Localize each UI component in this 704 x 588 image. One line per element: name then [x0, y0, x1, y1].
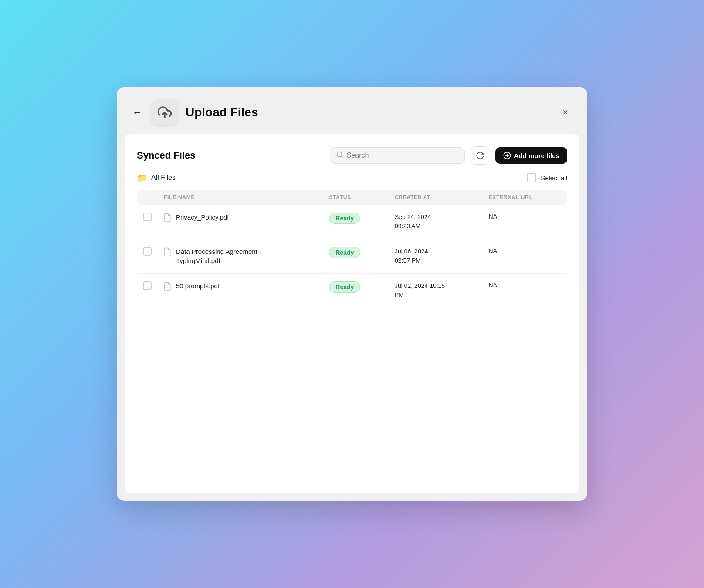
external-url-text-0: NA [489, 213, 497, 220]
row-checkbox-cell-1 [137, 239, 158, 274]
svg-line-2 [341, 156, 342, 157]
dialog-content: Synced Files Add [125, 134, 579, 493]
created-at-text-0: Sep 24, 2024 09:20 AM [395, 213, 431, 230]
search-input[interactable] [347, 152, 458, 159]
upload-icon [158, 105, 172, 119]
created-at-cell-0: Sep 24, 2024 09:20 AM [389, 205, 483, 239]
dialog-title: Upload Files [186, 105, 559, 119]
created-at-text-2: Jul 02, 2024 10:15 PM [395, 282, 445, 298]
file-table: FILE NAME STATUS CREATED AT EXTERNAL URL… [137, 190, 567, 308]
file-doc-icon-0 [164, 213, 172, 224]
file-doc-icon-2 [164, 282, 172, 293]
select-all-label: Select all [541, 174, 567, 182]
folder-icon: 📁 [137, 172, 148, 183]
table-row: Privacy_Policy.pdfReadySep 24, 2024 09:2… [137, 205, 567, 239]
col-status: STATUS [323, 190, 389, 205]
upload-files-dialog: ← Upload Files × Synced Files [117, 87, 587, 501]
upload-icon-box [152, 99, 178, 125]
external-url-text-1: NA [489, 247, 497, 254]
add-icon [503, 152, 511, 159]
synced-files-title: Synced Files [137, 150, 196, 161]
all-files-label: 📁 All Files [137, 172, 176, 183]
row-checkbox-2[interactable] [143, 281, 152, 290]
close-button[interactable]: × [559, 105, 572, 120]
back-button[interactable]: ← [129, 105, 146, 120]
col-filename: FILE NAME [158, 190, 323, 205]
file-name-text-2: 50 prompts.pdf [176, 281, 220, 291]
file-doc-icon-1 [164, 247, 172, 258]
created-at-text-1: Jul 06, 2024 02:57 PM [395, 248, 428, 264]
refresh-button[interactable] [471, 146, 489, 165]
table-header: FILE NAME STATUS CREATED AT EXTERNAL URL [137, 190, 567, 205]
add-files-label: Add more files [514, 152, 559, 159]
status-badge-2: Ready [329, 281, 360, 293]
status-cell-0: Ready [323, 205, 389, 239]
file-name-cell-0: Privacy_Policy.pdf [158, 205, 323, 239]
file-name-cell-2: 50 prompts.pdf [158, 274, 323, 308]
all-files-row: 📁 All Files Select all [137, 172, 567, 183]
row-checkbox-1[interactable] [143, 247, 152, 256]
col-checkbox [137, 190, 158, 205]
col-created: CREATED AT [389, 190, 483, 205]
search-box [330, 147, 465, 164]
row-checkbox-cell-0 [137, 205, 158, 239]
external-url-text-2: NA [489, 282, 497, 289]
top-bar: Synced Files Add [137, 146, 567, 165]
status-cell-1: Ready [323, 239, 389, 274]
file-name-cell-1: Data Processing Agreement - TypingMind.p… [158, 239, 323, 274]
add-more-files-button[interactable]: Add more files [495, 147, 567, 164]
external-url-cell-0: NA [483, 205, 567, 239]
dialog-header: ← Upload Files × [117, 87, 587, 134]
select-all-checkbox[interactable] [527, 173, 536, 182]
table-row: Data Processing Agreement - TypingMind.p… [137, 239, 567, 274]
status-badge-0: Ready [329, 213, 360, 224]
file-name-text-0: Privacy_Policy.pdf [176, 213, 229, 222]
row-checkbox-0[interactable] [143, 213, 152, 221]
external-url-cell-2: NA [483, 274, 567, 308]
table-body: Privacy_Policy.pdfReadySep 24, 2024 09:2… [137, 205, 567, 308]
select-all-container[interactable]: Select all [527, 173, 567, 182]
created-at-cell-1: Jul 06, 2024 02:57 PM [389, 239, 483, 274]
status-badge-1: Ready [329, 247, 360, 258]
created-at-cell-2: Jul 02, 2024 10:15 PM [389, 274, 483, 308]
search-icon [336, 151, 343, 160]
external-url-cell-1: NA [483, 239, 567, 274]
table-row: 50 prompts.pdfReadyJul 02, 2024 10:15 PM… [137, 274, 567, 308]
row-checkbox-cell-2 [137, 274, 158, 308]
refresh-icon [476, 151, 484, 160]
col-url: EXTERNAL URL [483, 190, 567, 205]
all-files-text: All Files [151, 174, 176, 182]
file-name-text-1: Data Processing Agreement - TypingMind.p… [176, 247, 261, 265]
status-cell-2: Ready [323, 274, 389, 308]
